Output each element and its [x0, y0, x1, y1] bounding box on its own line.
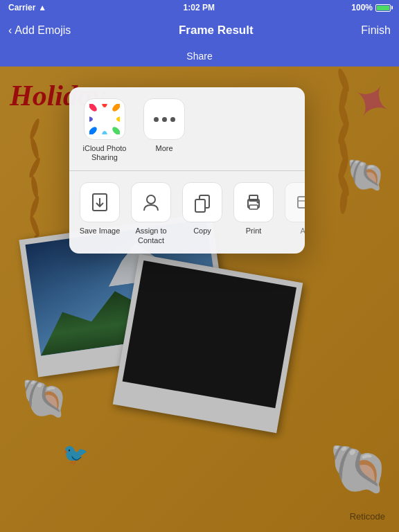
share-apps-row: iCloud PhotoSharing More [69, 87, 305, 171]
print-icon-svg [242, 191, 265, 213]
svg-rect-36 [298, 197, 305, 208]
partial-action-label: Ac [301, 227, 305, 236]
save-icon-svg [89, 191, 111, 213]
finish-button[interactable]: Finish [361, 24, 391, 37]
share-actions-row: Save Image Assign toContact [69, 171, 305, 253]
contact-icon [131, 182, 171, 222]
status-time: 1:02 PM [184, 3, 215, 12]
back-button[interactable]: ‹ Add Emojis [8, 24, 71, 37]
back-chevron-icon: ‹ [8, 24, 12, 37]
save-image-icon [80, 182, 120, 222]
nav-bar: ‹ Add Emojis Frame Result Finish [0, 15, 399, 46]
svg-rect-34 [249, 205, 258, 209]
share-bar: Share [0, 46, 399, 66]
copy-icon [182, 182, 222, 222]
share-action-copy[interactable]: Copy [179, 182, 226, 245]
main-content: Holiday ✦ 🐚 [0, 66, 399, 532]
photos-icon-svg [89, 104, 120, 134]
partial-action-svg [294, 191, 305, 213]
copy-label: Copy [193, 227, 211, 236]
back-label: Add Emojis [15, 24, 71, 37]
svg-point-26 [101, 116, 108, 123]
more-label: More [155, 144, 172, 153]
svg-rect-31 [195, 200, 205, 212]
status-right: 100% [351, 3, 391, 12]
save-image-label: Save Image [80, 227, 121, 236]
svg-point-35 [257, 202, 259, 204]
copy-icon-svg [191, 191, 213, 213]
share-app-more[interactable]: More [140, 98, 188, 162]
share-action-print[interactable]: Print [230, 182, 277, 245]
status-carrier: Carrier ▲ [8, 3, 46, 12]
print-label: Print [246, 227, 262, 236]
svg-point-29 [147, 195, 155, 204]
icloud-label: iCloud PhotoSharing [83, 144, 127, 162]
battery-icon [375, 4, 391, 12]
share-action-partial[interactable]: Ac [281, 182, 305, 245]
share-sheet: iCloud PhotoSharing More [69, 87, 305, 254]
more-dots-icon [143, 98, 185, 140]
assign-contact-label: Assign toContact [135, 227, 166, 245]
status-bar: Carrier ▲ 1:02 PM 100% [0, 0, 399, 15]
contact-icon-svg [140, 191, 162, 213]
share-action-assign-contact[interactable]: Assign toContact [127, 182, 175, 245]
share-label: Share [186, 51, 212, 62]
icloud-icon [84, 98, 125, 140]
page-title: Frame Result [179, 24, 254, 37]
print-icon [233, 182, 274, 222]
partial-action-icon [285, 182, 305, 222]
wifi-icon: ▲ [38, 3, 46, 12]
share-app-icloud[interactable]: iCloud PhotoSharing [80, 98, 129, 162]
share-action-save-image[interactable]: Save Image [76, 182, 123, 245]
